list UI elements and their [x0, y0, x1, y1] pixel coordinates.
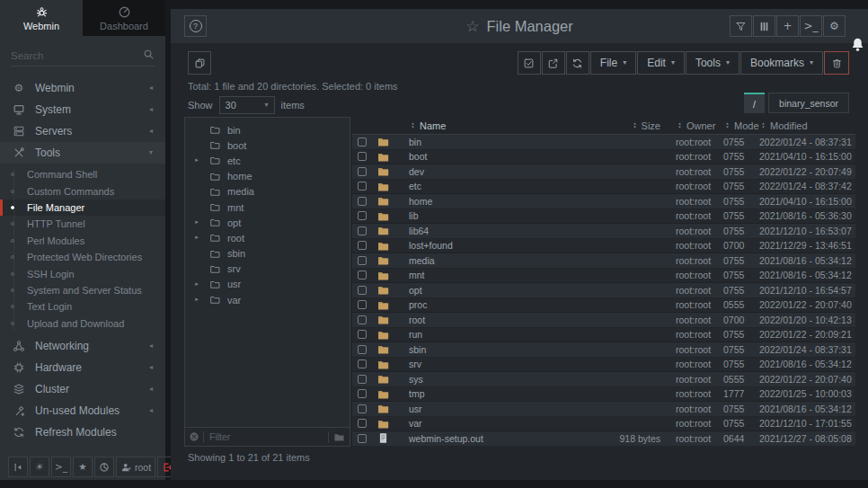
- sidebar-item-http-tunnel[interactable]: HTTP Tunnel: [0, 216, 165, 232]
- sidebar-item-webmin[interactable]: ⚙Webmin◂: [0, 77, 165, 99]
- file-menu-button[interactable]: File▾: [590, 51, 636, 75]
- row-checkbox[interactable]: [358, 182, 367, 191]
- column-header-name[interactable]: Name: [395, 120, 577, 131]
- row-checkbox[interactable]: [358, 404, 367, 413]
- chevron-right-icon[interactable]: ▸: [192, 157, 201, 164]
- add-button[interactable]: +: [776, 15, 799, 37]
- sidebar-item-system-and-server-status[interactable]: System and Server Status: [0, 282, 165, 298]
- edit-menu-button[interactable]: Edit▾: [637, 51, 685, 75]
- delete-button[interactable]: [824, 51, 849, 75]
- table-row-srv[interactable]: srvroot:root07552021/08/16 - 05:34:12: [352, 358, 855, 373]
- table-row-mnt[interactable]: mntroot:root07552021/08/16 - 05:34:12: [352, 269, 855, 284]
- sidebar-item-file-manager[interactable]: File Manager: [0, 200, 165, 216]
- tree-filter-input[interactable]: [204, 431, 328, 442]
- sidebar-item-upload-and-download[interactable]: Upload and Download: [0, 315, 165, 332]
- row-checkbox[interactable]: [358, 330, 367, 339]
- sidebar-item-text-login[interactable]: Text Login: [0, 298, 165, 315]
- tree-item-srv[interactable]: srv: [185, 262, 350, 277]
- tools-menu-button[interactable]: Tools▾: [686, 51, 740, 75]
- breadcrumb-segment-0[interactable]: /: [744, 93, 765, 113]
- row-checkbox[interactable]: [358, 226, 367, 235]
- row-checkbox[interactable]: [358, 345, 367, 354]
- copy-button[interactable]: [188, 51, 211, 75]
- sidebar-item-hardware[interactable]: Hardware◂: [0, 357, 165, 378]
- bell-icon[interactable]: [850, 36, 865, 53]
- table-row-opt[interactable]: optroot:root07552021/12/10 - 16:54:57: [352, 283, 855, 298]
- column-header-modified[interactable]: Modified: [757, 120, 855, 131]
- settings-button[interactable]: ⚙: [823, 15, 846, 37]
- tree-item-sbin[interactable]: sbin: [185, 246, 350, 262]
- tree-item-boot[interactable]: boot: [185, 138, 350, 153]
- row-checkbox[interactable]: [358, 389, 367, 398]
- sidebar-item-un-used-modules[interactable]: Un-used Modules◂: [0, 400, 165, 421]
- table-row-lib[interactable]: libroot:root07552021/08/16 - 05:36:30: [352, 209, 855, 225]
- bookmarks-menu-button[interactable]: Bookmarks▾: [740, 51, 823, 75]
- table-row-bin[interactable]: binroot:root07552022/01/24 - 08:37:31: [352, 135, 855, 150]
- table-row-usr[interactable]: usrroot:root07552021/08/16 - 05:34:12: [352, 402, 855, 417]
- tree-item-bin[interactable]: bin: [185, 122, 350, 138]
- favorites-button[interactable]: ★: [73, 457, 93, 477]
- sidebar-item-networking[interactable]: Networking◂: [0, 335, 165, 357]
- help-button[interactable]: ?: [184, 15, 207, 37]
- tree-item-usr[interactable]: ▸usr: [185, 277, 350, 292]
- row-checkbox[interactable]: [358, 241, 367, 250]
- row-checkbox[interactable]: [358, 300, 367, 309]
- star-outline-icon[interactable]: ☆: [465, 19, 479, 34]
- terminal-button[interactable]: >_: [800, 15, 822, 37]
- table-row-sys[interactable]: sysroot:root05552022/01/22 - 20:07:40: [352, 372, 855, 387]
- tab-webmin[interactable]: Webmin: [0, 0, 83, 36]
- row-checkbox[interactable]: [358, 286, 367, 295]
- tab-dashboard[interactable]: Dashboard: [83, 0, 165, 36]
- row-checkbox[interactable]: [358, 375, 367, 384]
- theme-button[interactable]: ☀: [30, 457, 49, 477]
- row-checkbox[interactable]: [358, 152, 367, 161]
- row-checkbox[interactable]: [358, 419, 367, 428]
- chevron-right-icon[interactable]: ▸: [192, 281, 201, 288]
- select-all-button[interactable]: [518, 51, 541, 75]
- column-header-mode[interactable]: Mode: [719, 120, 757, 131]
- language-button[interactable]: [94, 457, 114, 477]
- sidebar-item-system[interactable]: System◂: [0, 99, 165, 120]
- user-button[interactable]: root: [116, 457, 155, 477]
- column-header-size[interactable]: Size: [577, 120, 667, 131]
- chevron-right-icon[interactable]: ▸: [192, 235, 201, 241]
- table-row-tmp[interactable]: tmproot:root17772022/01/25 - 10:00:03: [352, 387, 855, 403]
- tree-item-media[interactable]: media: [185, 184, 350, 200]
- refresh-button[interactable]: [566, 51, 589, 75]
- sidebar-item-refresh-modules[interactable]: Refresh Modules: [0, 421, 165, 443]
- table-row-dev[interactable]: devroot:root07552022/01/22 - 20:07:49: [352, 164, 855, 180]
- tree-item-opt[interactable]: ▸opt: [185, 215, 350, 230]
- sidebar-item-command-shell[interactable]: Command Shell: [0, 166, 165, 182]
- export-button[interactable]: [542, 51, 565, 75]
- collapse-sidebar-button[interactable]: [8, 457, 28, 477]
- table-row-webmin-setup.out[interactable]: webmin-setup.out918 bytesroot:root064420…: [352, 431, 855, 447]
- row-checkbox[interactable]: [358, 256, 367, 265]
- column-header-owner[interactable]: Owner: [667, 120, 719, 131]
- row-checkbox[interactable]: [358, 315, 367, 324]
- table-row-boot[interactable]: bootroot:root07552021/04/10 - 16:15:00: [352, 150, 855, 165]
- table-row-run[interactable]: runroot:root07552022/01/22 - 20:09:21: [352, 328, 855, 343]
- table-row-etc[interactable]: etcroot:root07552022/01/24 - 08:37:42: [352, 180, 855, 195]
- folder-icon[interactable]: [333, 431, 345, 443]
- sidebar-item-ssh-login[interactable]: SSH Login: [0, 265, 165, 281]
- row-checkbox[interactable]: [358, 271, 367, 279]
- table-row-home[interactable]: homeroot:root07552021/04/10 - 16:15:00: [352, 194, 855, 209]
- table-row-proc[interactable]: procroot:root05552022/01/22 - 20:07:40: [352, 298, 855, 314]
- tree-item-etc[interactable]: ▸etc: [185, 153, 350, 168]
- terminal-button[interactable]: >_: [51, 457, 71, 477]
- tree-item-home[interactable]: home: [185, 169, 350, 184]
- row-checkbox[interactable]: [358, 138, 367, 146]
- columns-button[interactable]: [753, 15, 775, 37]
- sidebar-item-perl-modules[interactable]: Perl Modules: [0, 233, 165, 249]
- filter-button[interactable]: [730, 15, 752, 37]
- breadcrumb-segment-1[interactable]: binary_sensor: [768, 93, 849, 113]
- tree-item-root[interactable]: ▸root: [185, 230, 350, 245]
- chevron-right-icon[interactable]: ▸: [192, 219, 201, 226]
- tree-item-mnt[interactable]: mnt: [185, 200, 350, 215]
- clear-icon[interactable]: [189, 431, 199, 442]
- row-checkbox[interactable]: [358, 197, 367, 206]
- table-row-var[interactable]: varroot:root07552021/12/10 - 17:01:55: [352, 417, 855, 432]
- sidebar-item-cluster[interactable]: Cluster◂: [0, 378, 165, 400]
- row-checkbox[interactable]: [358, 434, 367, 443]
- row-checkbox[interactable]: [358, 211, 367, 220]
